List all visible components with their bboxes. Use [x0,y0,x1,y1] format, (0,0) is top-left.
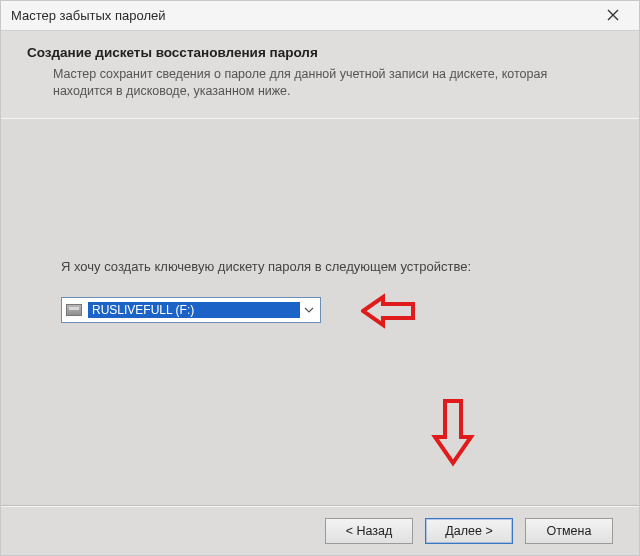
annotation-arrow-down-icon [431,397,475,472]
wizard-window: Мастер забытых паролей Создание дискеты … [0,0,640,556]
drive-icon [66,304,82,316]
page-heading: Создание дискеты восстановления пароля [27,45,613,60]
chevron-down-icon [300,298,318,322]
close-icon [607,7,619,24]
cancel-button[interactable]: Отмена [525,518,613,544]
drive-select-value: RUSLIVEFULL (F:) [88,302,300,318]
wizard-footer: < Назад Далее > Отмена [1,505,639,555]
window-title: Мастер забытых паролей [11,8,166,23]
annotation-arrow-left-icon [361,291,421,334]
drive-combo-wrap: RUSLIVEFULL (F:) [61,297,321,323]
next-button[interactable]: Далее > [425,518,513,544]
close-button[interactable] [593,5,633,27]
page-subtext: Мастер сохранит сведения о пароле для да… [27,66,613,100]
titlebar: Мастер забытых паролей [1,1,639,31]
prompt-label: Я хочу создать ключевую дискету пароля в… [61,259,599,274]
wizard-body: Я хочу создать ключевую дискету пароля в… [1,119,639,505]
drive-select[interactable]: RUSLIVEFULL (F:) [61,297,321,323]
wizard-header: Создание дискеты восстановления пароля М… [1,31,639,119]
back-button[interactable]: < Назад [325,518,413,544]
